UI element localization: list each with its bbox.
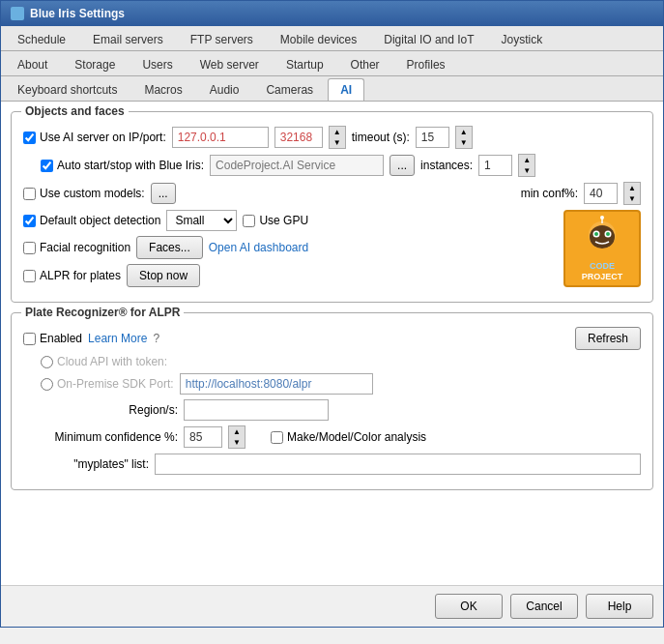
- use-ai-checkbox[interactable]: [23, 132, 36, 144]
- ip-input[interactable]: [172, 127, 269, 148]
- alpr-checkbox[interactable]: [23, 270, 36, 282]
- timeout-spinner[interactable]: ▲ ▼: [455, 126, 473, 149]
- tab-audio[interactable]: Audio: [197, 78, 252, 101]
- use-gpu-checkbox[interactable]: [243, 215, 255, 227]
- make-model-checkbox[interactable]: [271, 431, 283, 444]
- default-detection-row: Default object detection Small Medium La…: [23, 210, 554, 231]
- minconf-up[interactable]: ▲: [624, 183, 640, 193]
- on-premise-input[interactable]: [180, 373, 373, 395]
- custom-models-label: Use custom models:: [40, 187, 145, 200]
- region-input[interactable]: [184, 399, 329, 421]
- default-detection-checkbox-label[interactable]: Default object detection: [23, 214, 160, 227]
- tab-mobile-devices[interactable]: Mobile devices: [268, 28, 369, 50]
- open-ai-dashboard-link[interactable]: Open AI dashboard: [209, 241, 308, 254]
- tab-about[interactable]: About: [5, 53, 60, 75]
- faces-button[interactable]: Faces...: [136, 236, 203, 259]
- facial-rec-checkbox[interactable]: [23, 242, 36, 254]
- learn-more-link[interactable]: Learn More: [88, 332, 147, 345]
- plate-section-title: Plate Recognizer® for ALPR: [21, 306, 184, 319]
- default-detection-checkbox[interactable]: [23, 215, 36, 227]
- default-detection-label: Default object detection: [40, 214, 160, 227]
- tab-email-servers[interactable]: Email servers: [80, 28, 176, 50]
- timeout-input[interactable]: [416, 127, 449, 148]
- timeout-down[interactable]: ▼: [456, 137, 472, 148]
- minconf-label: min conf%:: [521, 187, 578, 200]
- tab-digital-io[interactable]: Digital IO and IoT: [371, 28, 486, 50]
- min-conf-down[interactable]: ▼: [229, 437, 245, 448]
- cloud-api-radio[interactable]: [41, 356, 53, 368]
- service-name-input[interactable]: [210, 155, 384, 176]
- custom-models-checkbox[interactable]: [23, 188, 36, 200]
- use-gpu-label[interactable]: Use GPU: [243, 214, 308, 227]
- port-down[interactable]: ▼: [330, 137, 345, 148]
- auto-start-checkbox-label[interactable]: Auto start/stop with Blue Iris:: [41, 159, 204, 172]
- make-model-text: Make/Model/Color analysis: [287, 430, 426, 444]
- on-premise-radio-label[interactable]: On-Premise SDK Port:: [41, 377, 174, 391]
- cancel-button[interactable]: Cancel: [510, 594, 578, 619]
- myplates-input[interactable]: [155, 454, 641, 475]
- auto-start-checkbox[interactable]: [41, 160, 53, 172]
- tab-cameras[interactable]: Cameras: [253, 78, 326, 101]
- tab-startup[interactable]: Startup: [274, 53, 336, 75]
- instances-up[interactable]: ▲: [519, 155, 534, 165]
- cloud-api-radio-label[interactable]: Cloud API with token:: [41, 355, 167, 368]
- on-premise-label: On-Premise SDK Port:: [57, 377, 174, 391]
- refresh-button[interactable]: Refresh: [575, 327, 641, 350]
- auto-start-row: Auto start/stop with Blue Iris: ... inst…: [41, 154, 641, 177]
- timeout-up[interactable]: ▲: [456, 127, 472, 137]
- min-conf-input[interactable]: [184, 426, 222, 448]
- window-title: Blue Iris Settings: [30, 7, 125, 20]
- ok-button[interactable]: OK: [435, 594, 503, 619]
- cloud-api-row: Cloud API with token:: [41, 355, 641, 368]
- on-premise-radio[interactable]: [41, 378, 53, 391]
- facial-rec-label: Facial recognition: [40, 241, 130, 254]
- size-select[interactable]: Small Medium Large: [166, 210, 237, 231]
- tab-storage[interactable]: Storage: [62, 53, 128, 75]
- stop-now-button[interactable]: Stop now: [127, 264, 200, 287]
- instances-down[interactable]: ▼: [519, 165, 534, 176]
- minconf-down[interactable]: ▼: [624, 193, 640, 204]
- enabled-checkbox-label[interactable]: Enabled: [23, 332, 82, 345]
- tab-web-server[interactable]: Web server: [188, 53, 272, 75]
- tab-users[interactable]: Users: [130, 53, 185, 75]
- min-conf-up[interactable]: ▲: [229, 426, 245, 437]
- main-content: Objects and faces Use AI server on IP/po…: [1, 102, 663, 585]
- timeout-label: timeout (s):: [352, 131, 410, 144]
- alpr-checkbox-label[interactable]: ALPR for plates: [23, 269, 121, 282]
- port-input[interactable]: [274, 127, 323, 148]
- port-spinner[interactable]: ▲ ▼: [329, 126, 346, 149]
- custom-models-row: Use custom models: ... min conf%: ▲ ▼: [23, 182, 641, 205]
- tab-joystick[interactable]: Joystick: [489, 28, 556, 50]
- custom-models-dots-button[interactable]: ...: [151, 183, 176, 204]
- minconf-input[interactable]: [584, 183, 618, 204]
- port-up[interactable]: ▲: [330, 127, 345, 137]
- facial-rec-checkbox-label[interactable]: Facial recognition: [23, 241, 130, 254]
- auto-start-label: Auto start/stop with Blue Iris:: [57, 159, 204, 172]
- tab-ftp-servers[interactable]: FTP servers: [178, 28, 266, 50]
- use-ai-checkbox-label[interactable]: Use AI server on IP/port:: [23, 131, 166, 144]
- help-button[interactable]: Help: [586, 594, 653, 619]
- objects-section: Objects and faces Use AI server on IP/po…: [11, 111, 653, 303]
- instances-input[interactable]: [478, 155, 512, 176]
- min-conf-spinner[interactable]: ▲ ▼: [228, 425, 245, 449]
- enabled-checkbox[interactable]: [23, 333, 36, 345]
- tab-row-2: About Storage Users Web server Startup O…: [1, 51, 663, 76]
- make-model-label[interactable]: Make/Model/Color analysis: [271, 430, 426, 444]
- tab-macros[interactable]: Macros: [131, 78, 194, 101]
- tab-keyboard-shortcuts[interactable]: Keyboard shortcuts: [5, 78, 130, 101]
- facial-recognition-row: Facial recognition Faces... Open AI dash…: [23, 236, 554, 259]
- tab-other[interactable]: Other: [338, 53, 392, 75]
- alpr-row: ALPR for plates Stop now: [23, 264, 554, 287]
- custom-models-checkbox-label[interactable]: Use custom models:: [23, 187, 145, 200]
- question-mark: ?: [153, 332, 159, 345]
- tab-ai[interactable]: AI: [328, 78, 364, 101]
- minconf-spinner[interactable]: ▲ ▼: [623, 182, 641, 205]
- tab-profiles[interactable]: Profiles: [394, 53, 458, 75]
- footer: OK Cancel Help: [1, 585, 663, 627]
- use-ai-server-row: Use AI server on IP/port: ▲ ▼ timeout (s…: [23, 126, 641, 149]
- myplates-row: "myplates" list:: [23, 454, 641, 475]
- svg-point-1: [590, 225, 615, 249]
- tab-schedule[interactable]: Schedule: [5, 28, 78, 50]
- service-dots-button[interactable]: ...: [390, 155, 415, 176]
- instances-spinner[interactable]: ▲ ▼: [518, 154, 535, 177]
